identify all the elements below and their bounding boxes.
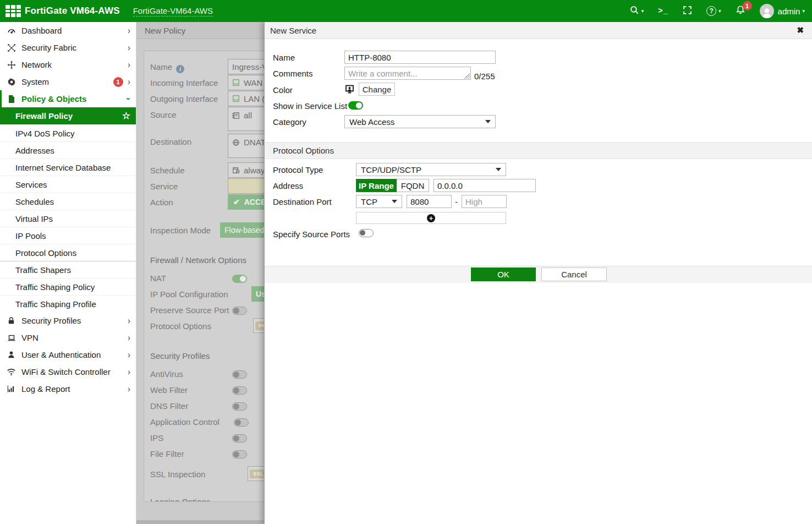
color-swatch-icon	[345, 85, 354, 94]
web-filter-toggle[interactable]	[232, 386, 247, 395]
sub-item-label: Traffic Shaping Policy	[15, 282, 95, 292]
file-filter-toggle[interactable]	[232, 450, 247, 459]
info-icon: i	[176, 65, 184, 73]
sidebar-item-vpn[interactable]: VPN ›	[0, 329, 136, 346]
address-book-icon	[232, 111, 240, 119]
show-in-service-list-toggle[interactable]	[348, 101, 363, 110]
sidebar-item-ipv4-dos-policy[interactable]: IPv4 DoS Policy	[0, 124, 136, 141]
cancel-button[interactable]: Cancel	[541, 268, 607, 281]
sidebar-item-traffic-shaping-policy[interactable]: Traffic Shaping Policy	[0, 278, 136, 295]
sidebar-item-security-fabric[interactable]: Security Fabric ›	[0, 39, 136, 56]
destination-port-protocol-select[interactable]: TCP	[356, 195, 402, 208]
sidebar-item-user-authentication[interactable]: User & Authentication ›	[0, 346, 136, 363]
source-label: Source	[150, 110, 177, 119]
specify-source-ports-toggle[interactable]	[359, 229, 374, 237]
chevron-right-icon: ›	[128, 334, 130, 342]
sidebar-item-security-profiles[interactable]: Security Profiles ›	[0, 312, 136, 329]
sidebar-item-firewall-policy[interactable]: Firewall Policy ☆	[0, 107, 136, 124]
ips-label: IPS	[150, 433, 163, 443]
section-logging-options: Logging Options	[150, 497, 210, 502]
schedule-field[interactable]: alway	[228, 162, 264, 178]
source-field[interactable]: all	[228, 107, 264, 131]
address-tab-ip-range[interactable]: IP Range	[356, 179, 397, 192]
service-name-label: Name	[273, 53, 295, 62]
category-value: Web Access	[349, 117, 394, 127]
sidebar-item-schedules[interactable]: Schedules	[0, 193, 136, 210]
incoming-interface-field[interactable]: WAN	[228, 75, 264, 90]
sidebar-item-protocol-options[interactable]: Protocol Options	[0, 244, 136, 261]
dns-filter-label: DNS Filter	[150, 401, 188, 411]
outgoing-interface-field[interactable]: LAN (	[228, 91, 264, 106]
hostname-link[interactable]: FortiGate-VM64-AWS	[133, 6, 213, 17]
chevron-right-icon: ›	[128, 26, 130, 35]
close-icon[interactable]: ✖	[794, 25, 806, 35]
admin-username: admin	[778, 7, 800, 16]
ok-button[interactable]: OK	[471, 268, 536, 281]
sidebar-item-label: System	[21, 77, 113, 86]
nat-label: NAT	[150, 274, 166, 283]
sidebar-item-dashboard[interactable]: Dashboard ›	[0, 22, 136, 39]
category-select[interactable]: Web Access	[344, 115, 496, 128]
admin-menu[interactable]: admin ▾	[753, 0, 812, 22]
notifications-button[interactable]: 1	[728, 0, 753, 22]
bar-chart-icon	[7, 384, 16, 394]
policy-name-field[interactable]: Ingress-V	[228, 59, 264, 74]
sidebar-item-traffic-shapers[interactable]: Traffic Shapers	[0, 261, 136, 278]
cli-console-button[interactable]: >_	[651, 0, 676, 22]
address-tab-fqdn[interactable]: FQDN	[397, 179, 429, 192]
check-icon: ✔	[233, 198, 240, 206]
sidebar-item-traffic-shaping-profile[interactable]: Traffic Shaping Profile	[0, 295, 136, 312]
destination-port-high-input[interactable]	[462, 195, 507, 208]
protocol-type-select[interactable]: TCP/UDP/SCTP	[356, 163, 506, 176]
horizontal-scrollbar[interactable]	[136, 520, 264, 524]
fullscreen-icon	[683, 6, 692, 17]
ip-pool-use-button[interactable]: Use	[251, 286, 264, 302]
nat-toggle[interactable]	[232, 275, 247, 283]
application-control-toggle[interactable]	[234, 418, 249, 427]
preserve-source-port-toggle[interactable]	[232, 307, 247, 315]
antivirus-toggle[interactable]	[232, 370, 247, 379]
service-name-input[interactable]	[344, 51, 496, 64]
sidebar-item-network[interactable]: Network ›	[0, 56, 136, 73]
star-icon[interactable]: ☆	[122, 110, 130, 122]
inspection-mode-flow-based[interactable]: Flow-based	[220, 222, 264, 238]
dns-filter-toggle[interactable]	[232, 402, 247, 411]
color-change-button[interactable]: Change	[359, 83, 395, 96]
sidebar-nav: Dashboard › Security Fabric › Network › …	[0, 22, 136, 524]
add-port-row-button[interactable]: +	[356, 212, 506, 224]
sidebar-item-wifi-switch-controller[interactable]: WiFi & Switch Controller ›	[0, 363, 136, 380]
destination-port-low-input[interactable]	[407, 195, 452, 208]
system-alert-badge: 1	[113, 77, 123, 87]
preserve-source-port-label: Preserve Source Port	[150, 305, 229, 315]
sidebar-item-system[interactable]: System 1 ›	[0, 73, 136, 90]
specify-source-ports-label: Specify Source Ports	[273, 230, 350, 239]
sidebar-item-internet-service-database[interactable]: Internet Service Database	[0, 159, 136, 176]
category-label: Category	[273, 117, 306, 127]
resize-grip-icon[interactable]	[464, 73, 470, 79]
address-label: Address	[273, 181, 303, 190]
sidebar-item-policy-objects[interactable]: Policy & Objects ›	[0, 90, 136, 107]
sidebar-item-services[interactable]: Services	[0, 176, 136, 193]
service-field[interactable]	[228, 178, 264, 194]
gear-icon	[7, 77, 16, 86]
ips-toggle[interactable]	[232, 434, 247, 443]
action-accept-button[interactable]: ✔ ACCE	[228, 194, 264, 210]
chevron-right-icon: ›	[128, 368, 130, 376]
incoming-interface-label: Incoming Interface	[150, 78, 218, 88]
comments-textarea[interactable]: Write a comment...	[344, 67, 471, 80]
sidebar-item-addresses[interactable]: Addresses	[0, 141, 136, 159]
plus-icon: +	[427, 214, 435, 222]
ssl-inspection-field[interactable]: SSL	[248, 466, 264, 481]
destination-port-protocol-value: TCP	[361, 197, 377, 206]
search-button[interactable]: ▾	[623, 0, 651, 22]
sidebar-item-log-report[interactable]: Log & Report ›	[0, 380, 136, 397]
address-ip-input[interactable]	[434, 179, 536, 192]
new-policy-panel: New Policy Namei Ingress-V Incoming Inte…	[136, 22, 264, 524]
protocol-options-field[interactable]: PRO	[253, 318, 264, 333]
help-button[interactable]: ? ▾	[699, 0, 728, 22]
destination-field[interactable]: DNAT	[228, 134, 264, 158]
fullscreen-button[interactable]	[676, 0, 699, 22]
sidebar-item-ip-pools[interactable]: IP Pools	[0, 227, 136, 244]
sidebar-item-virtual-ips[interactable]: Virtual IPs	[0, 210, 136, 227]
sidebar-item-label: Network	[21, 60, 128, 69]
